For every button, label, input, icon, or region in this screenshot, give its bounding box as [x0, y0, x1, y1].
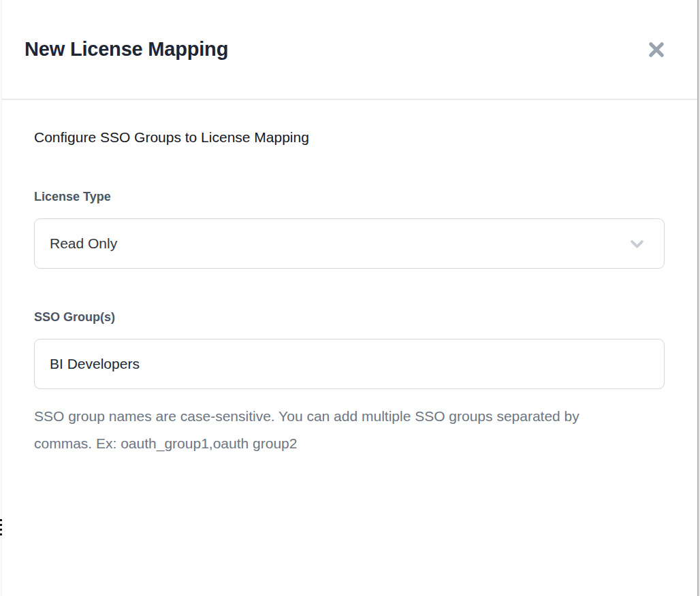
modal-body: Configure SSO Groups to License Mapping …: [2, 127, 697, 457]
license-type-label: License Type: [34, 189, 665, 204]
license-type-selected-value: Read Only: [50, 235, 117, 252]
section-heading: Configure SSO Groups to License Mapping: [34, 127, 665, 148]
sso-groups-label: SSO Group(s): [34, 310, 665, 325]
page-edge-list-icon: [0, 529, 2, 531]
chevron-down-icon: [628, 235, 646, 253]
page-edge-list-icon: [0, 533, 2, 535]
new-license-mapping-modal: New License Mapping Configure SSO Groups…: [2, 0, 697, 596]
page-right-edge: [697, 0, 700, 596]
close-button[interactable]: [643, 36, 670, 63]
license-type-select[interactable]: Read Only: [34, 218, 665, 269]
page-edge-list-icon: [0, 524, 2, 526]
sso-groups-help-text: SSO group names are case-sensitive. You …: [34, 403, 599, 457]
modal-header: New License Mapping: [2, 0, 697, 100]
modal-title: New License Mapping: [25, 38, 228, 61]
page-left-edge: [0, 0, 2, 596]
sso-groups-input[interactable]: [34, 339, 665, 389]
close-icon: [647, 40, 666, 59]
page-edge-list-icon: [0, 519, 2, 521]
